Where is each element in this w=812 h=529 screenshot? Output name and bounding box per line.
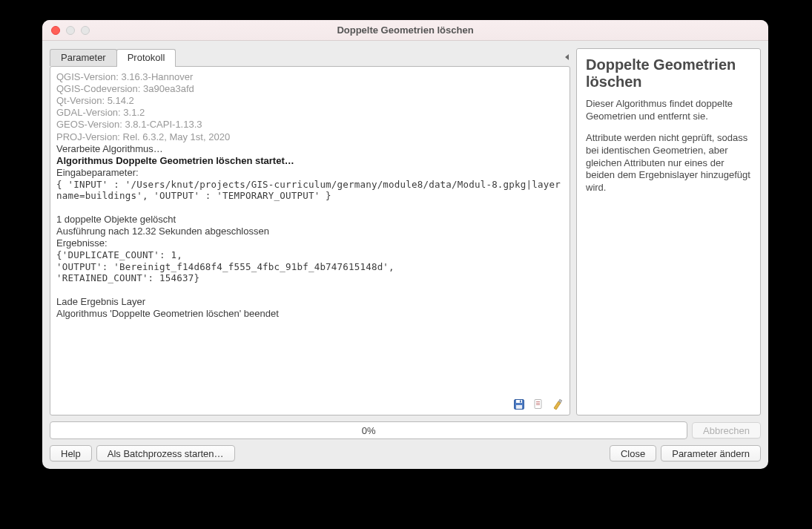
copy-log-icon[interactable] [532,398,544,410]
tab-protokoll[interactable]: Protokoll [116,49,176,67]
log-line: Eingabeparameter: [56,167,564,179]
button-row: Help Als Batchprozess starten… Close Par… [50,445,761,461]
log-line [56,202,564,214]
minimize-window-icon[interactable] [66,26,75,35]
svg-rect-4 [535,400,541,409]
svg-rect-6 [536,403,540,404]
save-log-icon[interactable] [513,398,525,410]
log-line: 'RETAINED_COUNT': 154637} [56,272,564,284]
log-line: Verarbeite Algorithmus… [56,143,564,155]
log-line: Algorithmus 'Doppelte Geometrien löschen… [56,308,564,320]
close-window-icon[interactable] [51,26,60,35]
progress-row: 0% Abbrechen [50,421,761,439]
log-line [56,284,564,296]
svg-rect-5 [536,401,540,402]
svg-rect-7 [536,404,540,405]
progress-text: 0% [362,425,376,436]
log-line: GDAL-Version: 3.1.2 [56,107,564,119]
svg-rect-2 [516,405,522,409]
dialog-body: Parameter Protokoll QGIS-Version: 3.16.3… [42,41,768,469]
help-paragraph-2: Attribute werden nicht geprüft, sodass b… [586,132,751,194]
log-line: Ausführung nach 12.32 Sekunden abgeschlo… [56,226,564,237]
dialog-window: Doppelte Geometrien löschen Parameter Pr… [42,20,768,469]
change-params-button[interactable]: Parameter ändern [661,445,761,461]
clear-log-icon[interactable] [552,398,564,410]
log-line: Qt-Version: 5.14.2 [56,95,564,107]
batch-button[interactable]: Als Batchprozess starten… [96,445,235,461]
collapse-help-icon[interactable] [565,54,569,60]
log-content[interactable]: QGIS-Version: 3.16.3-HannoverQGIS-Codeve… [50,67,570,395]
zoom-window-icon[interactable] [81,26,90,35]
window-controls [51,26,90,35]
log-line: {'DUPLICATE_COUNT': 1, [56,249,564,261]
log-panel: QGIS-Version: 3.16.3-HannoverQGIS-Codeve… [50,66,570,415]
log-line: QGIS-Codeversion: 3a90ea3afd [56,83,564,95]
svg-rect-1 [516,400,522,403]
cancel-button: Abbrechen [692,422,761,438]
log-line: Algorithmus Doppelte Geometrien löschen … [56,155,564,167]
help-paragraph-1: Dieser Algorithmus findet doppelte Geome… [586,98,751,123]
log-line: Lade Ergebnis Layer [56,296,564,308]
close-button[interactable]: Close [610,445,656,461]
help-button[interactable]: Help [50,445,92,461]
log-line: QGIS-Version: 3.16.3-Hannover [56,71,564,83]
window-title: Doppelte Geometrien löschen [337,24,473,36]
svg-rect-3 [520,401,521,403]
left-pane: Parameter Protokoll QGIS-Version: 3.16.3… [50,48,570,415]
tab-bar: Parameter Protokoll [50,48,570,66]
log-line: PROJ-Version: Rel. 6.3.2, May 1st, 2020 [56,131,564,143]
log-line: { 'INPUT' : '/Users/knut/projects/GIS-cu… [56,179,564,202]
tab-parameter[interactable]: Parameter [50,49,117,66]
log-line: Ergebnisse: [56,237,564,249]
titlebar: Doppelte Geometrien löschen [42,20,768,41]
log-line: 'OUTPUT': 'Bereinigt_f14d68f4_f555_4fbc_… [56,261,564,273]
svg-rect-8 [558,399,561,402]
main-row: Parameter Protokoll QGIS-Version: 3.16.3… [50,48,761,415]
log-line: 1 doppelte Objekte gelöscht [56,214,564,226]
progress-bar: 0% [50,421,687,439]
help-pane: Doppelte Geometrien löschen Dieser Algor… [576,48,761,415]
log-line: GEOS-Version: 3.8.1-CAPI-1.13.3 [56,119,564,131]
help-title: Doppelte Geometrien löschen [586,56,751,91]
log-toolbar [50,395,570,415]
